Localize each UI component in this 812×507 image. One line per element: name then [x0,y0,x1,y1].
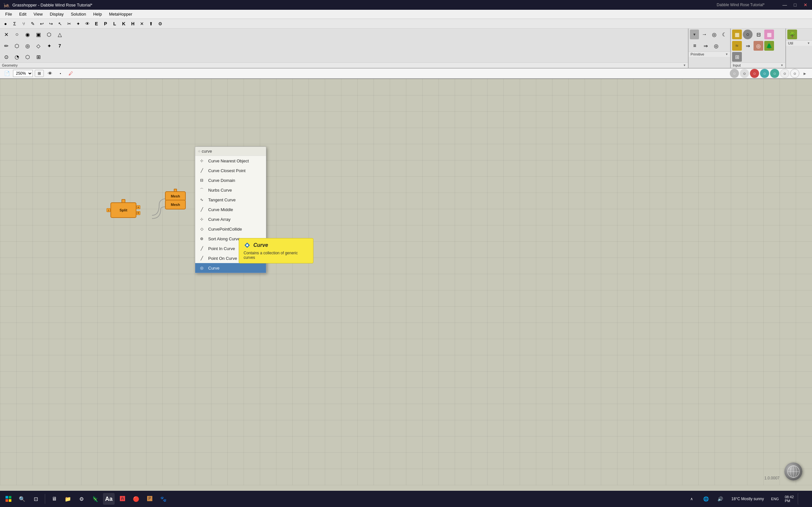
nav-globe[interactable] [785,462,802,481]
rt-teal-icon[interactable]: ○ [760,69,769,78]
start-button[interactable] [3,493,14,505]
geo-diamond-icon[interactable]: ◇ [34,41,43,51]
fit-button[interactable]: ⊞ [35,70,44,77]
input-drop-icon[interactable]: ◎ [754,41,763,51]
taskbar-acrobat-icon[interactable]: 🅰 [117,493,128,505]
input-tree-icon[interactable]: 🌲 [764,41,774,51]
rt-gray-icon[interactable]: ○ [730,69,739,78]
prim-arrow-icon[interactable]: → [700,30,709,39]
util-label[interactable]: Util ▼ [786,40,812,46]
new-button[interactable]: 📄 [3,69,11,77]
taskbar-rhino-icon[interactable]: 🐾 [158,493,169,505]
prim-lines-icon[interactable]: ≡ [690,41,700,51]
menu-metahopper[interactable]: MetaHopper [106,11,136,17]
input-grid-icon[interactable]: ▦ [732,30,742,39]
menu-item-curve-nearest-object[interactable]: ⊹ Curve Nearest Object [195,156,266,166]
split-node-body[interactable]: 1 Split A B [110,202,136,218]
primitive-label[interactable]: Primitive ▼ [689,51,730,57]
menu-item-curve-domain[interactable]: ⊟ Curve Domain [195,175,266,185]
menu-file[interactable]: File [2,11,15,17]
tool-eye[interactable]: 👁 [83,19,92,28]
menu-item-curvepointcollide[interactable]: ◇ CurvePointCollide [195,224,266,234]
rt-more-icon[interactable]: ▶ [800,69,809,78]
input-rows-icon[interactable]: ⊟ [754,30,763,39]
mesh-node-2[interactable]: Mesh [165,200,186,210]
taskbar-app1-icon[interactable]: 🦎 [89,493,101,505]
rt-circle-icon[interactable]: ○ [790,69,799,78]
paint-button[interactable]: 🖊 [67,69,75,77]
menu-view[interactable]: View [30,11,46,17]
input-arrow3-icon[interactable]: ⇒ [743,41,753,51]
geo-pen-icon[interactable]: ✏ [1,41,11,51]
split-port-b[interactable]: B [136,211,140,215]
taskbar-settings-icon[interactable]: ⚙ [76,493,88,505]
maximize-button[interactable]: □ [792,2,798,8]
tool-e[interactable]: E [92,19,101,28]
input-stack-icon[interactable]: ⊞ [732,52,742,62]
tool-sum[interactable]: Σ [10,19,19,28]
close-button[interactable]: ✕ [802,2,809,8]
taskbar-network-icon[interactable]: 🌐 [700,493,712,505]
tool-gear[interactable]: ⚙ [156,19,164,28]
taskbar-app2-icon[interactable]: Aa [103,493,115,505]
geo-hex2-icon[interactable]: ⬡ [23,52,33,62]
input-wave-icon[interactable]: ≈ [732,41,742,51]
taskbar-clock[interactable]: 08:42 PM [784,494,795,503]
geo-loop-icon[interactable]: ⊙ [1,52,11,62]
tool-pointer[interactable]: ↖ [56,19,64,28]
menu-display[interactable]: Display [47,11,67,17]
tool-cut[interactable]: ✂ [65,19,73,28]
input-pink-icon[interactable]: ▦ [764,30,774,39]
geo-num-icon[interactable]: 7 [55,41,65,51]
canvas[interactable]: 1 Split A B Mesh Mesh ⊹ [0,79,812,485]
geo-triangle-icon[interactable]: △ [55,30,65,39]
taskbar-monitor-icon[interactable]: 🖥 [48,493,60,505]
taskview-button[interactable]: ⊡ [30,493,42,505]
rt-white2-icon[interactable]: ○ [780,69,789,78]
menu-item-curve-closest-point[interactable]: ╱ Curve Closest Point [195,166,266,175]
tool-h[interactable]: H [129,19,137,28]
tool-up-arrow[interactable]: ⬆ [147,19,155,28]
prim-dl-icon[interactable]: ▼ [690,30,699,39]
context-menu-search-row[interactable]: ⊹ [195,147,266,156]
context-menu-search-input[interactable] [202,149,264,154]
geo-oval-icon[interactable]: ◎ [23,41,33,51]
geo-dot-icon[interactable]: ⬡ [12,41,22,51]
menu-solution[interactable]: Solution [68,11,89,17]
tool-l[interactable]: L [110,19,119,28]
geo-sphere-icon[interactable]: ◉ [23,30,33,39]
tool-p[interactable]: P [101,19,110,28]
tool-circle[interactable]: ● [1,19,10,28]
menu-item-tangent-curve[interactable]: ∿ Tangent Curve [195,195,266,205]
split-node[interactable]: 1 Split A B [110,199,136,218]
tool-k[interactable]: K [120,19,128,28]
rt-white-icon[interactable]: ○ [740,69,749,78]
menu-item-curve[interactable]: ◎ Curve [195,263,266,273]
eye-button[interactable]: 👁 [46,69,54,77]
menu-item-curve-array[interactable]: ⊹ Curve Array [195,214,266,224]
rt-red-icon[interactable]: ○ [750,69,759,78]
split-port-1[interactable]: 1 [107,208,110,212]
zoom-select[interactable]: 250% [13,70,33,77]
util-tree2-icon[interactable]: 🌳 [787,30,797,39]
tool-undo[interactable]: ↩ [38,19,46,28]
prim-circle3-icon[interactable]: ◎ [711,41,721,51]
tool-redo[interactable]: ↪ [47,19,55,28]
geo-x-icon[interactable]: ✕ [1,30,11,39]
taskbar-language[interactable]: ENG [769,493,781,505]
geo-star-icon[interactable]: ✦ [44,41,54,51]
mesh2-body[interactable]: Mesh [165,200,186,210]
tool-pen[interactable]: ✎ [28,19,37,28]
input-circle4-icon[interactable]: ○ [743,30,753,39]
taskbar-chrome-icon[interactable]: 🔴 [130,493,142,505]
tool-x[interactable]: ✕ [138,19,146,28]
geo-settings-icon[interactable]: ⊞ [34,52,43,62]
rt-green-icon[interactable]: ○ [770,69,779,78]
menu-help[interactable]: Help [90,11,105,17]
geo-box-icon[interactable]: ▣ [34,30,43,39]
prim-moon-icon[interactable]: ☾ [720,30,729,39]
taskbar-powerpoint-icon[interactable]: 🅿 [144,493,156,505]
taskbar-folder-icon[interactable]: 📁 [62,493,74,505]
geo-sphere2-icon[interactable]: ◔ [12,52,22,62]
search-button[interactable]: 🔍 [16,493,28,505]
